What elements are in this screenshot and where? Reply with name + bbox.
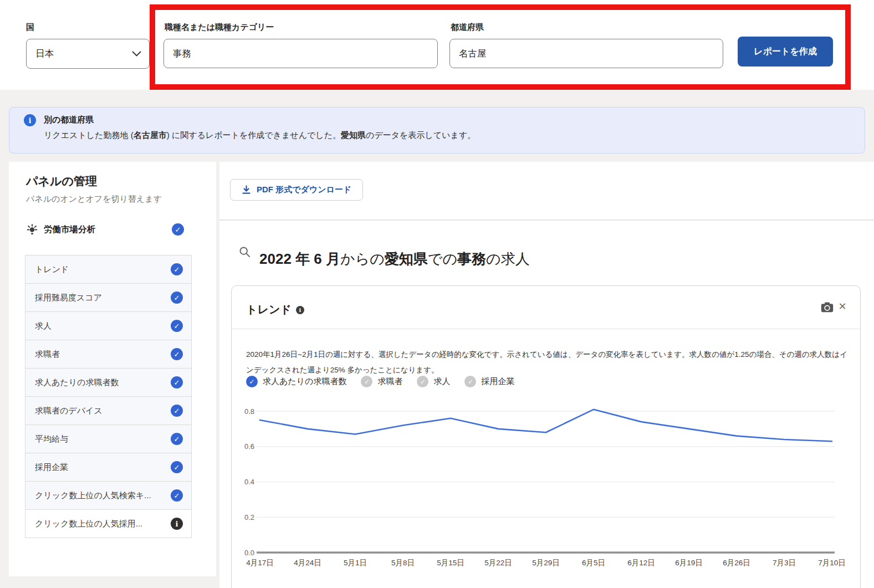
sidebar-section-labor-market[interactable]: 労働市場分析	[26, 223, 184, 236]
x-tick-label: 7月10日	[818, 559, 846, 567]
download-pdf-button[interactable]: PDF 形式でダウンロード	[230, 179, 363, 201]
trend-panel: トレンドi ✕ 2020年1月26日~2月1日の週に対する、選択したデータの経時…	[231, 285, 861, 588]
trend-chart: 0.00.20.40.60.84月17日4月24日5月1日5月8日5月15日5月…	[240, 391, 855, 576]
x-tick-label: 6月26日	[723, 559, 750, 567]
panel-manager-sidebar: パネルの管理 パネルのオンとオフを切り替えます 労働市場分析 トレンド 採用難易…	[9, 162, 216, 576]
sidebar-subtitle: パネルのオンとオフを切り替えます	[26, 194, 162, 204]
info-icon: i	[24, 114, 36, 126]
line-chart: 0.00.20.40.60.84月17日4月24日5月1日5月8日5月15日5月…	[240, 391, 855, 574]
panel-item-trend[interactable]: トレンド	[25, 255, 192, 284]
x-tick-label: 7月3日	[773, 559, 796, 567]
toggle-on-icon[interactable]	[171, 405, 183, 417]
x-tick-label: 6月19日	[675, 559, 703, 567]
country-value: 日本	[35, 48, 54, 60]
panel-item-jobs[interactable]: 求人	[25, 311, 192, 340]
banner-title: 別の都道府県	[44, 115, 94, 125]
x-tick-label: 5月8日	[391, 559, 415, 567]
x-tick-label: 5月1日	[344, 559, 367, 567]
chart-legend: 求人あたりの求職者数 求職者 求人 採用企業	[246, 376, 514, 387]
y-tick-label: 0.8	[244, 407, 254, 416]
toggle-on-icon[interactable]	[171, 263, 183, 275]
info-icon[interactable]: i	[296, 306, 304, 314]
x-tick-label: 5月29日	[532, 559, 560, 567]
close-icon[interactable]: ✕	[837, 300, 848, 313]
toggle-on-icon[interactable]	[171, 376, 183, 388]
panel-item-seekers-per-job[interactable]: 求人あたりの求職者数	[25, 368, 192, 397]
toggle-on-icon[interactable]	[171, 461, 183, 473]
toggle-on-icon[interactable]	[171, 348, 183, 360]
occupation-label: 職種名または職種カテゴリー	[165, 22, 274, 33]
trend-description: 2020年1月26日~2月1日の週に対する、選択したデータの経時的な変化です。示…	[246, 347, 849, 379]
check-icon	[361, 376, 372, 387]
trend-panel-title: トレンドi	[246, 302, 304, 317]
report-content: PDF 形式でダウンロード 2022 年 6 月からの愛知県での事務の求人 トレ…	[219, 162, 874, 588]
check-icon	[417, 376, 428, 387]
panel-item-average-salary[interactable]: 平均給与	[25, 425, 192, 453]
y-tick-label: 0.6	[244, 442, 254, 451]
info-icon[interactable]	[171, 518, 183, 530]
prefecture-label: 都道府県	[451, 22, 484, 33]
x-tick-label: 5月15日	[437, 559, 464, 567]
panel-item-top-search-keywords[interactable]: クリック数上位の人気検索キ...	[25, 481, 192, 510]
toggle-on-icon[interactable]	[171, 320, 183, 332]
chevron-down-icon	[132, 51, 141, 57]
toggle-on-icon[interactable]	[171, 489, 183, 502]
toggle-on-icon[interactable]	[171, 433, 183, 445]
sidebar-title: パネルの管理	[26, 173, 97, 189]
report-form: 国 日本 職種名または職種カテゴリー 都道府県 レポートを作成	[0, 0, 874, 90]
search-icon	[239, 246, 251, 258]
create-report-button[interactable]: レポートを作成	[738, 37, 833, 67]
occupation-input[interactable]	[163, 39, 438, 68]
snapshot-button[interactable]	[821, 302, 834, 313]
x-tick-label: 6月12日	[627, 559, 655, 567]
legend-item-seekers-per-job[interactable]: 求人あたりの求職者数	[246, 376, 346, 387]
divider	[219, 219, 874, 221]
y-tick-label: 0.2	[244, 513, 254, 521]
check-icon	[246, 376, 258, 387]
country-label: 国	[26, 22, 34, 33]
y-tick-label: 0.0	[244, 549, 254, 557]
panel-item-hiring-difficulty[interactable]: 採用難易度スコア	[25, 283, 192, 312]
panel-item-hiring-companies[interactable]: 採用企業	[25, 453, 192, 482]
check-icon	[464, 376, 476, 387]
page: 国 日本 職種名または職種カテゴリー 都道府県 レポートを作成 i 別の都道府県…	[0, 0, 874, 588]
panel-toggle-list: トレンド 採用難易度スコア 求人 求職者 求人あたりの求職者数 求職者のデバイス…	[25, 255, 192, 538]
sidebar-section-label: 労働市場分析	[44, 224, 95, 236]
legend-item-jobs[interactable]: 求人	[417, 376, 450, 387]
x-tick-label: 4月24日	[294, 559, 321, 567]
legend-item-jobseekers[interactable]: 求職者	[361, 376, 402, 387]
info-banner: i 別の都道府県 リクエストした勤務地 (名古屋市) に関するレポートを作成でき…	[9, 107, 865, 154]
panel-item-devices[interactable]: 求職者のデバイス	[25, 396, 192, 425]
toggle-on-icon[interactable]	[172, 223, 184, 236]
x-tick-label: 6月5日	[582, 559, 605, 567]
x-tick-label: 4月17日	[246, 559, 274, 567]
divider	[232, 329, 860, 329]
report-title: 2022 年 6 月からの愛知県での事務の求人	[259, 249, 530, 269]
insights-icon	[26, 223, 38, 236]
camera-icon	[821, 302, 834, 313]
banner-message: リクエストした勤務地 (名古屋市) に関するレポートを作成できませんでした。愛知…	[44, 130, 476, 141]
download-icon	[242, 185, 251, 195]
y-tick-label: 0.4	[244, 478, 254, 486]
x-tick-label: 5月22日	[484, 559, 512, 567]
panel-item-jobseekers[interactable]: 求職者	[25, 340, 192, 369]
panel-item-top-hiring[interactable]: クリック数上位の人気採用...	[25, 509, 192, 538]
country-select[interactable]: 日本	[26, 39, 150, 69]
prefecture-input[interactable]	[449, 39, 723, 68]
toggle-on-icon[interactable]	[171, 292, 183, 304]
trend-line	[260, 410, 832, 441]
legend-item-hiring-companies[interactable]: 採用企業	[464, 376, 514, 387]
